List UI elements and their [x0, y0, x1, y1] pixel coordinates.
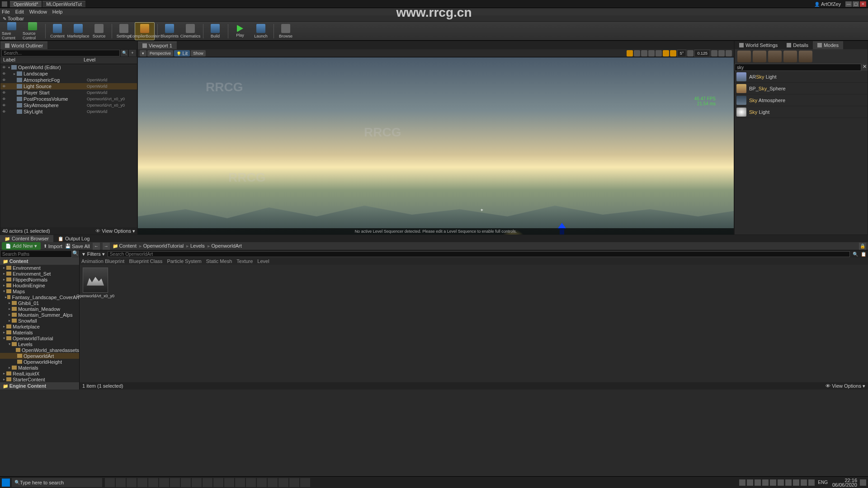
toolbar-cinematics[interactable]: Cinematics	[180, 22, 200, 40]
add-new-button[interactable]: 📄 Add New ▾	[2, 242, 41, 250]
tree-folder[interactable]: ▸Marketplace	[0, 324, 79, 329]
place-search-input[interactable]	[735, 64, 861, 71]
cb-asset-search[interactable]	[108, 251, 850, 257]
place-mode-basic-icon[interactable]	[737, 51, 751, 62]
viewport-3d[interactable]: 46.47 FPS 21.54 ms ⌖ RRCG RRCG RRCG No a…	[138, 57, 734, 235]
notification-icon[interactable]	[860, 479, 866, 486]
toolbar-source-control[interactable]: Source Control	[23, 22, 42, 40]
tree-folder[interactable]: ▸HoudiniEngine	[0, 282, 79, 288]
place-item[interactable]: Sky Light	[735, 106, 868, 118]
outliner-row[interactable]: 👁SkyLightOpenWorld	[0, 108, 137, 115]
toolbar-content[interactable]: Content	[47, 22, 67, 40]
outliner-row[interactable]: 👁SkyAtmosphereOpenworldArt_x0_y0	[0, 102, 137, 108]
tray-lang[interactable]: ENG	[818, 480, 828, 485]
toolbar-marketplace[interactable]: Marketplace	[68, 22, 88, 40]
nav-fwd[interactable]: →	[103, 243, 110, 250]
taskbar-cortana-icon[interactable]	[105, 478, 115, 487]
filter-chip[interactable]: Static Mesh	[206, 258, 232, 264]
tree-folder[interactable]: OpenworldHeight	[0, 359, 79, 365]
outliner-view-options[interactable]: 👁 View Options ▾	[95, 228, 135, 234]
vp-move-icon[interactable]	[634, 50, 640, 56]
taskbar-app-17[interactable]	[300, 478, 310, 487]
tree-folder[interactable]: ▸RealLiquidX	[0, 371, 79, 376]
place-item[interactable]: BP_Sky_Sphere	[735, 83, 868, 94]
filter-chip[interactable]: Particle System	[167, 258, 201, 264]
tree-folder[interactable]: ▾Maps	[0, 288, 79, 294]
tree-folder[interactable]: ▸Materials	[0, 329, 79, 335]
taskbar-app-11[interactable]	[235, 478, 245, 487]
maximize-button[interactable]: ▢	[853, 1, 859, 7]
place-search-clear[interactable]: ✕	[861, 64, 868, 71]
outliner-row[interactable]: 👁PostProcessVolumeOpenworldArt_x0_y0	[0, 96, 137, 102]
taskbar-app-16[interactable]	[289, 478, 299, 487]
nav-back[interactable]: ←	[93, 243, 100, 250]
outliner-add-btn[interactable]: +	[129, 50, 136, 56]
cb-view-options[interactable]: 👁 View Options ▾	[826, 383, 865, 389]
taskbar-taskview-icon[interactable]	[116, 478, 126, 487]
asset-item[interactable]: OpenworldArt_x0_y0	[82, 267, 108, 298]
tree-folder[interactable]: ▸Ghibli_01	[0, 300, 79, 306]
tree-folder[interactable]: ▸Snowfall	[0, 318, 79, 324]
outliner-row[interactable]: 👁AtmosphericFogOpenWorld	[0, 77, 137, 83]
import-button[interactable]: ⬆ Import	[43, 244, 62, 249]
vp-camera-speed-icon[interactable]	[711, 50, 717, 56]
toolbar-compilerbooster[interactable]: CompilerBooster	[135, 22, 155, 40]
vp-transform-local-icon[interactable]	[627, 50, 633, 56]
toolbar-launch[interactable]: Launch	[251, 22, 271, 40]
tray-icon[interactable]	[778, 479, 784, 486]
taskbar-app-7[interactable]	[192, 478, 202, 487]
cb-lock-icon[interactable]: 🔒	[859, 243, 866, 250]
tree-folder[interactable]: ▸Environment_Set	[0, 271, 79, 277]
place-mode-lights-icon[interactable]	[753, 51, 766, 62]
tray-icon[interactable]	[747, 479, 753, 486]
vp-angle-icon[interactable]	[670, 50, 676, 56]
cb-tree-search[interactable]	[0, 250, 72, 258]
cb-tree-search-icon[interactable]: 🔍	[72, 250, 79, 258]
tab-modes[interactable]: Modes	[813, 41, 843, 49]
taskbar-app-6[interactable]	[181, 478, 191, 487]
vp-snap-value[interactable]: 0.125	[694, 50, 710, 57]
tray-icon[interactable]	[755, 479, 761, 486]
taskbar-app-8[interactable]	[203, 478, 212, 487]
toolbar-blueprints[interactable]: Blueprints	[160, 22, 179, 40]
vp-perspective[interactable]: Perspective	[147, 50, 173, 56]
place-mode-geometry-icon[interactable]	[783, 51, 797, 62]
taskbar-app-5[interactable]	[170, 478, 180, 487]
toolbar-play[interactable]: Play	[230, 22, 250, 40]
outliner-row[interactable]: 👁Light SourceOpenWorld	[0, 83, 137, 89]
tree-folder[interactable]: ▸Materials	[0, 365, 79, 371]
tree-folder[interactable]: OpenWorld_sharedassets	[0, 347, 79, 353]
viewport-tab[interactable]: Viewport 1	[138, 42, 177, 49]
tab-world-settings[interactable]: World Settings	[735, 41, 782, 49]
tray-icon[interactable]	[762, 479, 769, 486]
vp-snap-toggle-icon[interactable]	[663, 50, 669, 56]
close-button[interactable]: ✕	[860, 1, 866, 7]
cb-asset-save-icon[interactable]: 📋	[861, 252, 866, 257]
taskbar-clock[interactable]: 22:16 06/06/2020	[832, 478, 857, 487]
toolbar-build[interactable]: Build	[205, 22, 225, 40]
tray-icon[interactable]	[808, 479, 815, 486]
taskbar-app-4[interactable]	[159, 478, 169, 487]
taskbar-app-1[interactable]	[127, 478, 137, 487]
tree-folder[interactable]: ▸FlippedNormals	[0, 277, 79, 282]
toolbar-source[interactable]: Source	[89, 22, 109, 40]
outliner-row[interactable]: 👁▾OpenWorld (Editor)	[0, 64, 137, 70]
outliner-row[interactable]: 👁Player StartOpenWorld	[0, 89, 137, 96]
tree-folder[interactable]: OpenworldArt	[0, 353, 79, 359]
tray-icon[interactable]	[739, 479, 745, 486]
taskbar-app-10[interactable]	[224, 478, 234, 487]
outliner-row[interactable]: 👁▸Landscape	[0, 70, 137, 77]
breadcrumb[interactable]: 📁 Content ▸OpenworldTutorial ▸Levels ▸Op…	[113, 243, 242, 249]
place-mode-volumes-icon[interactable]	[799, 51, 812, 62]
tab-details[interactable]: Details	[782, 41, 813, 49]
world-outliner-tab[interactable]: World Outliner	[0, 42, 47, 49]
taskbar-app-15[interactable]	[278, 478, 288, 487]
save-all-button[interactable]: 💾 Save All	[65, 244, 90, 249]
place-item[interactable]: ARSky Light	[735, 71, 868, 83]
titlebar-tab-2[interactable]: MLOpenWorldTut	[42, 1, 85, 7]
filter-chip[interactable]: Blueprint Class	[129, 258, 162, 264]
vp-maximize-icon[interactable]	[718, 50, 725, 56]
tree-folder[interactable]: ▸Mountain_Meadow	[0, 306, 79, 312]
vp-lit[interactable]: 💡 Lit	[174, 50, 190, 56]
cb-asset-search-icon[interactable]: 🔍	[853, 252, 858, 257]
